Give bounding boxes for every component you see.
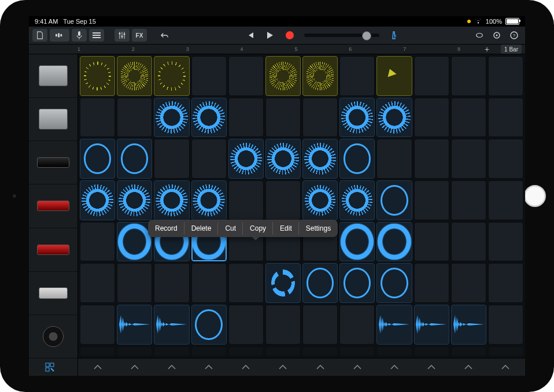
context-menu-item-cut[interactable]: Cut: [218, 220, 243, 237]
loop-cell[interactable]: [488, 139, 523, 179]
loop-cell[interactable]: [154, 98, 189, 138]
loop-cell[interactable]: [191, 56, 227, 96]
column-trigger[interactable]: [80, 358, 115, 376]
loop-cell[interactable]: [302, 139, 338, 179]
loop-cell[interactable]: [154, 180, 189, 220]
loop-cell[interactable]: [414, 263, 449, 303]
loop-cell[interactable]: [339, 139, 375, 179]
loop-cell[interactable]: [302, 305, 338, 345]
column-trigger[interactable]: [117, 358, 152, 376]
section-length-label[interactable]: 1 Bar: [501, 45, 522, 54]
loop-cell[interactable]: [228, 139, 264, 179]
loop-cell[interactable]: [154, 56, 189, 96]
context-menu-item-record[interactable]: Record: [148, 220, 184, 237]
loop-cell[interactable]: [451, 305, 486, 345]
loop-cell[interactable]: [191, 98, 227, 138]
loop-cell[interactable]: [154, 346, 189, 356]
loop-cell[interactable]: [376, 305, 412, 345]
loop-cell[interactable]: [488, 180, 523, 220]
loop-cell[interactable]: [80, 305, 115, 345]
timeline-ruler[interactable]: + 1 Bar 12345678: [29, 45, 525, 54]
track-header-keyboard-1[interactable]: [29, 141, 77, 184]
loop-cell[interactable]: [302, 180, 338, 220]
add-section-button[interactable]: +: [482, 45, 492, 54]
loop-cell[interactable]: [302, 98, 338, 138]
loop-cell[interactable]: [117, 305, 152, 345]
loop-cell[interactable]: [339, 263, 375, 303]
loop-cell[interactable]: [265, 263, 301, 303]
mixer-button[interactable]: [115, 29, 130, 42]
loop-cell[interactable]: [376, 222, 412, 262]
play-button[interactable]: [263, 29, 278, 42]
loop-cell[interactable]: [302, 346, 338, 356]
loop-cell[interactable]: [451, 98, 486, 138]
track-header-small-keys[interactable]: [29, 272, 77, 315]
loop-cell[interactable]: [414, 56, 449, 96]
my-songs-button[interactable]: [32, 29, 47, 42]
loop-cell[interactable]: [265, 180, 301, 220]
track-header-keyboard-red-1[interactable]: [29, 184, 77, 228]
loop-cell[interactable]: [117, 263, 152, 303]
loop-cell[interactable]: [339, 305, 375, 345]
loop-cell[interactable]: [265, 98, 301, 138]
loop-cell[interactable]: [339, 222, 375, 262]
loop-cell[interactable]: [488, 222, 523, 262]
context-menu-item-settings[interactable]: Settings: [299, 220, 338, 237]
loop-cell[interactable]: [117, 98, 152, 138]
browser-button[interactable]: [50, 29, 69, 42]
column-trigger[interactable]: [414, 358, 449, 376]
column-trigger[interactable]: [191, 358, 227, 376]
track-header-keyboard-red-2[interactable]: [29, 228, 77, 272]
metronome-button[interactable]: [386, 29, 401, 42]
loop-cell[interactable]: [339, 56, 375, 96]
loop-cell[interactable]: [154, 305, 189, 345]
loop-cell[interactable]: [376, 263, 412, 303]
loop-cell[interactable]: [228, 56, 264, 96]
loop-cell[interactable]: [80, 98, 115, 138]
loop-browser-button[interactable]: [472, 29, 487, 42]
loop-cell[interactable]: [451, 56, 486, 96]
track-header-drum-machine-2[interactable]: [29, 98, 77, 141]
track-header-drum-machine-1[interactable]: [29, 54, 77, 98]
go-to-start-button[interactable]: [243, 29, 258, 42]
tracks-view-button[interactable]: [89, 29, 104, 42]
record-button[interactable]: [282, 29, 297, 42]
column-trigger[interactable]: [339, 358, 375, 376]
help-button[interactable]: ?: [507, 29, 522, 42]
loop-cell[interactable]: [339, 180, 375, 220]
loop-cell[interactable]: [414, 98, 449, 138]
loop-cell[interactable]: [376, 346, 412, 356]
master-volume-slider[interactable]: [304, 34, 379, 37]
loop-cell[interactable]: [451, 180, 486, 220]
loop-cell[interactable]: [414, 222, 449, 262]
context-menu-item-edit[interactable]: Edit: [273, 220, 299, 237]
loop-cell[interactable]: [451, 263, 486, 303]
loop-cell[interactable]: [228, 263, 264, 303]
loop-cell[interactable]: [339, 346, 375, 356]
loop-cell[interactable]: [191, 139, 227, 179]
loop-cell[interactable]: [228, 346, 264, 356]
loop-cell[interactable]: [191, 180, 227, 220]
loop-cell[interactable]: [488, 56, 523, 96]
loop-cell[interactable]: [80, 139, 115, 179]
loop-cell[interactable]: [451, 139, 486, 179]
loop-cell[interactable]: [376, 98, 412, 138]
home-button[interactable]: [524, 185, 546, 207]
loop-cell[interactable]: [488, 346, 523, 356]
loop-cell[interactable]: [228, 180, 264, 220]
context-menu-item-delete[interactable]: Delete: [184, 220, 219, 237]
loop-cell[interactable]: [302, 263, 338, 303]
loop-cell[interactable]: [265, 56, 301, 96]
loop-cell[interactable]: [488, 98, 523, 138]
undo-button[interactable]: [157, 29, 172, 42]
loop-cell[interactable]: [376, 139, 412, 179]
loop-cell[interactable]: [80, 222, 115, 262]
loop-cell[interactable]: [414, 305, 449, 345]
loop-cell[interactable]: [154, 139, 189, 179]
loop-cell[interactable]: [117, 222, 152, 262]
loop-cell[interactable]: [488, 263, 523, 303]
loop-cell[interactable]: [80, 56, 115, 96]
column-trigger[interactable]: [302, 358, 338, 376]
loop-cell[interactable]: [80, 180, 115, 220]
loop-cell[interactable]: [376, 180, 412, 220]
